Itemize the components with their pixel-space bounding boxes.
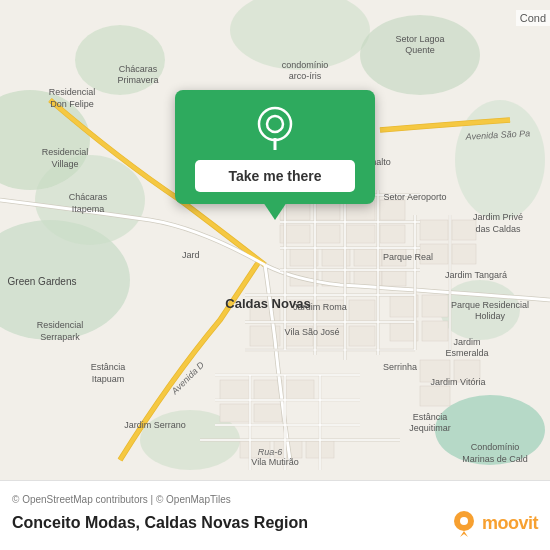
map-container: Green Gardens Residencial Serrapark Resi… — [0, 0, 550, 480]
svg-rect-27 — [420, 220, 448, 240]
svg-text:Caldas Novas: Caldas Novas — [225, 296, 310, 311]
svg-text:Green Gardens: Green Gardens — [8, 276, 77, 287]
svg-text:Residencial: Residencial — [37, 320, 84, 330]
svg-point-5 — [440, 280, 520, 340]
svg-text:Chácaras: Chácaras — [119, 64, 158, 74]
svg-rect-48 — [286, 380, 314, 400]
place-name: Conceito Modas, Caldas Novas Region — [12, 514, 308, 532]
svg-text:Parque Real: Parque Real — [383, 252, 433, 262]
svg-text:arco-íris: arco-íris — [289, 71, 322, 81]
svg-text:Parque Residencial: Parque Residencial — [451, 300, 529, 310]
moovit-brand-text: moovit — [482, 513, 538, 534]
bottom-bar: © OpenStreetMap contributors | © OpenMap… — [0, 480, 550, 550]
corner-label: Cond — [516, 10, 550, 26]
take-me-there-button[interactable]: Take me there — [195, 160, 355, 192]
svg-text:Esmeralda: Esmeralda — [445, 348, 488, 358]
svg-text:Village: Village — [52, 159, 79, 169]
svg-rect-18 — [380, 225, 405, 243]
svg-text:Marinas de Cald: Marinas de Cald — [462, 454, 528, 464]
popup-card: Take me there — [175, 90, 375, 204]
svg-text:Itapuam: Itapuam — [92, 374, 125, 384]
svg-point-139 — [460, 517, 468, 525]
svg-text:Jequitimar: Jequitimar — [409, 423, 451, 433]
svg-text:Don Felipe: Don Felipe — [50, 99, 94, 109]
svg-text:Itapema: Itapema — [72, 204, 105, 214]
svg-text:Jardim: Jardim — [453, 337, 480, 347]
svg-text:Setor Aeroporto: Setor Aeroporto — [383, 192, 446, 202]
moovit-logo: moovit — [450, 509, 538, 537]
svg-text:Vila São José: Vila São José — [285, 327, 340, 337]
svg-text:Jardim Serrano: Jardim Serrano — [124, 420, 186, 430]
svg-text:Estância: Estância — [413, 412, 448, 422]
svg-rect-37 — [349, 300, 375, 322]
svg-rect-42 — [422, 321, 448, 341]
svg-text:Holiday: Holiday — [475, 311, 506, 321]
svg-rect-38 — [349, 326, 375, 346]
svg-text:Primavera: Primavera — [117, 75, 158, 85]
attribution-text: © OpenStreetMap contributors | © OpenMap… — [12, 494, 538, 505]
svg-text:condomínio: condomínio — [282, 60, 329, 70]
svg-text:Chácaras: Chácaras — [69, 192, 108, 202]
svg-text:Estância: Estância — [91, 362, 126, 372]
svg-text:Serrinha: Serrinha — [383, 362, 417, 372]
svg-rect-46 — [220, 380, 250, 400]
svg-text:Condomínio: Condomínio — [471, 442, 520, 452]
moovit-pin-icon — [450, 509, 478, 537]
svg-text:Residencial: Residencial — [49, 87, 96, 97]
svg-point-8 — [360, 15, 480, 95]
svg-text:das Caldas: das Caldas — [475, 224, 521, 234]
location-pin-icon — [253, 106, 297, 150]
svg-text:Jardim Privé: Jardim Privé — [473, 212, 523, 222]
svg-rect-40 — [422, 295, 448, 317]
place-name-row: Conceito Modas, Caldas Novas Region moov… — [12, 509, 538, 537]
svg-text:Rua-6: Rua-6 — [258, 447, 283, 457]
svg-text:Setor Lagoa: Setor Lagoa — [395, 34, 444, 44]
svg-point-136 — [259, 108, 291, 140]
svg-rect-15 — [315, 225, 340, 243]
svg-text:Jard: Jard — [182, 250, 200, 260]
svg-rect-26 — [382, 270, 406, 286]
svg-rect-50 — [254, 404, 282, 422]
svg-rect-16 — [345, 225, 375, 243]
svg-text:Jardim Vitória: Jardim Vitória — [431, 377, 486, 387]
svg-rect-30 — [452, 244, 476, 264]
svg-text:Quente: Quente — [405, 45, 435, 55]
svg-rect-29 — [452, 220, 476, 240]
svg-rect-17 — [380, 200, 405, 220]
svg-text:Serrapark: Serrapark — [40, 332, 80, 342]
svg-text:Vila Mutirão: Vila Mutirão — [251, 457, 298, 467]
svg-rect-45 — [420, 386, 450, 406]
svg-text:Jardim Tangará: Jardim Tangará — [445, 270, 507, 280]
svg-text:Residencial: Residencial — [42, 147, 89, 157]
svg-rect-49 — [220, 404, 250, 422]
